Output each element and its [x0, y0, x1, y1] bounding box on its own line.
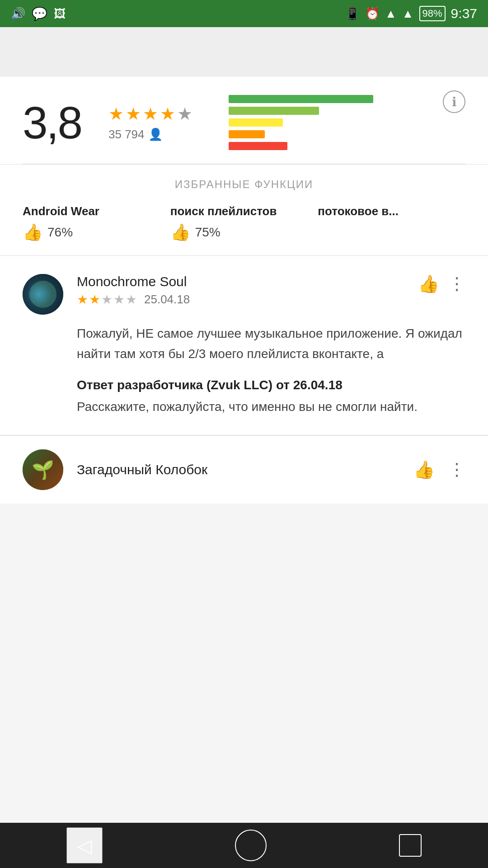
bar-2 — [229, 130, 265, 138]
bar-4 — [229, 107, 319, 115]
next-review-more-button[interactable]: ⋮ — [448, 460, 465, 480]
bar-row-4 — [229, 107, 416, 115]
star-5: ★ — [177, 104, 192, 124]
battery-indicator: 98% — [419, 6, 446, 21]
person-icon: 👤 — [148, 127, 163, 142]
next-avatar-image: 🌱 — [23, 449, 63, 490]
feature-stat-1: 👍 76% — [23, 223, 170, 242]
status-left-icons: 🔊 💬 🖼 — [11, 6, 66, 21]
review-star-3: ★ — [101, 292, 113, 307]
review-meta: ★ ★ ★ ★ ★ 25.04.18 — [77, 292, 404, 307]
time-display: 9:37 — [451, 6, 477, 21]
features-section: ИЗБРАННЫЕ ФУНКЦИИ Android Wear 👍 76% пои… — [0, 164, 488, 255]
recent-apps-button[interactable] — [399, 834, 422, 857]
review-stars: ★ ★ ★ ★ ★ — [77, 292, 137, 307]
review-star-2: ★ — [89, 292, 100, 307]
back-button[interactable]: ◁ — [66, 827, 103, 863]
avatar-figure — [29, 281, 56, 308]
feature-playlist-search: поиск плейлистов 👍 75% — [170, 204, 318, 242]
star-3: ★ — [143, 104, 158, 124]
developer-reply: Ответ разработчика (Zvuk LLC) от 26.04.1… — [77, 378, 465, 417]
feature-android-wear: Android Wear 👍 76% — [23, 204, 170, 242]
signal-icon: ▲ — [402, 7, 414, 21]
review-header: Monochrome Soul ★ ★ ★ ★ ★ 25.04.18 👍 ⋮ — [23, 274, 465, 315]
reply-title: Ответ разработчика (Zvuk LLC) от 26.04.1… — [77, 378, 343, 392]
feature-name-3: потоковое в... — [318, 204, 465, 218]
review-more-button[interactable]: ⋮ — [448, 274, 465, 294]
features-title: ИЗБРАННЫЕ ФУНКЦИИ — [23, 178, 465, 191]
info-button[interactable]: ℹ — [443, 90, 465, 113]
feature-name-1: Android Wear — [23, 204, 170, 218]
feature-streaming: потоковое в... — [318, 204, 465, 242]
reply-text: Расскажите, пожалуйста, что именно вы не… — [77, 397, 465, 417]
features-row: Android Wear 👍 76% поиск плейлистов 👍 75… — [23, 204, 465, 242]
review-section: Monochrome Soul ★ ★ ★ ★ ★ 25.04.18 👍 ⋮ — [0, 256, 488, 435]
bar-row-1 — [229, 142, 416, 150]
volume-icon: 🔊 — [11, 7, 25, 21]
bar-3 — [229, 118, 283, 127]
bar-row-2 — [229, 130, 416, 138]
rating-details: ★ ★ ★ ★ ★ 35 794 👤 — [108, 104, 192, 142]
bar-5 — [229, 95, 373, 103]
reviewer-name: Monochrome Soul — [77, 274, 404, 289]
navigation-bar: ◁ — [0, 823, 488, 868]
avatar-image — [23, 274, 63, 315]
stars-row: ★ ★ ★ ★ ★ — [108, 104, 192, 124]
feature-percent-1: 76% — [47, 225, 73, 240]
app-header — [0, 27, 488, 77]
review-actions: 👍 ⋮ — [418, 274, 465, 294]
feature-percent-2: 75% — [195, 225, 221, 240]
reviewer-avatar — [23, 274, 63, 315]
star-2: ★ — [126, 104, 141, 124]
status-right-icons: 📱 ⏰ ▲ ▲ 98% 9:37 — [345, 6, 477, 21]
rating-score: 3,8 — [23, 100, 81, 145]
bar-row-3 — [229, 118, 416, 127]
review-star-4: ★ — [113, 292, 125, 307]
home-button[interactable] — [235, 830, 267, 861]
star-1: ★ — [108, 104, 124, 124]
whatsapp-icon: 💬 — [32, 6, 47, 21]
phone-icon: 📱 — [345, 7, 360, 21]
bar-1 — [229, 142, 287, 150]
review-text: Пожалуй, НЕ самое лучшее музыкальное при… — [77, 324, 465, 364]
review-date: 25.04.18 — [144, 292, 190, 307]
bar-row-5 — [229, 95, 416, 103]
review-like-button[interactable]: 👍 — [418, 274, 439, 294]
reply-header: Ответ разработчика (Zvuk LLC) от 26.04.1… — [77, 378, 465, 392]
feature-name-2: поиск плейлистов — [170, 204, 318, 218]
status-bar: 🔊 💬 🖼 📱 ⏰ ▲ ▲ 98% 9:37 — [0, 0, 488, 27]
alarm-icon: ⏰ — [365, 7, 380, 21]
rating-count: 35 794 👤 — [108, 127, 192, 142]
next-review-like-button[interactable]: 👍 — [413, 460, 435, 480]
next-review-preview: 🌱 Загадочный Колобок 👍 ⋮ — [0, 435, 488, 504]
rating-section: 3,8 ★ ★ ★ ★ ★ 35 794 👤 — [0, 77, 488, 164]
image-icon: 🖼 — [54, 7, 66, 21]
review-star-5: ★ — [126, 292, 137, 307]
thumbup-icon-2: 👍 — [170, 223, 191, 242]
feature-stat-2: 👍 75% — [170, 223, 318, 242]
next-reviewer-name: Загадочный Колобок — [77, 462, 400, 477]
thumbup-icon-1: 👍 — [23, 223, 43, 242]
main-content: 3,8 ★ ★ ★ ★ ★ 35 794 👤 — [0, 77, 488, 504]
reviewer-info: Monochrome Soul ★ ★ ★ ★ ★ 25.04.18 — [77, 274, 404, 309]
review-star-1: ★ — [77, 292, 88, 307]
star-4: ★ — [160, 104, 175, 124]
rating-bars — [229, 95, 416, 150]
next-reviewer-avatar: 🌱 — [23, 449, 63, 490]
wifi-icon: ▲ — [385, 7, 397, 21]
